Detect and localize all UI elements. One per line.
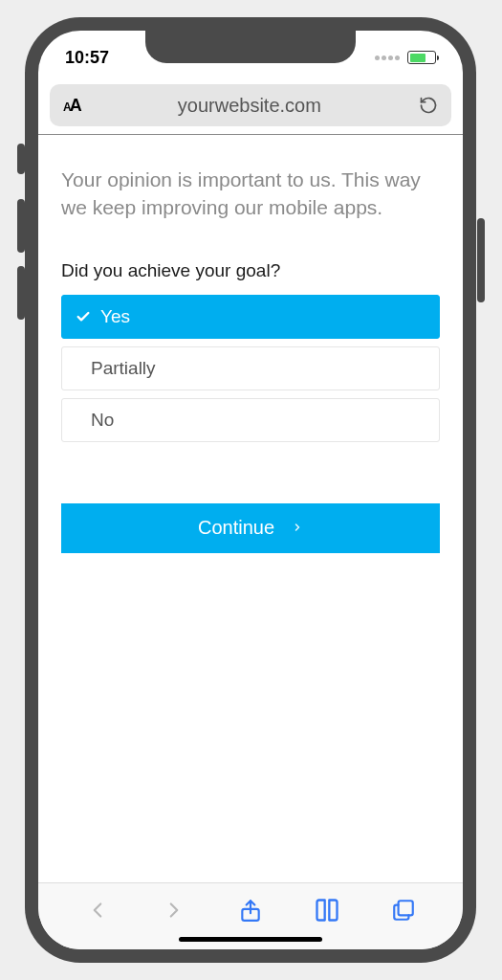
bookmarks-icon[interactable] xyxy=(313,896,341,924)
phone-frame: 10:57 AA yourwebsite.com xyxy=(25,17,476,963)
tabs-icon[interactable] xyxy=(389,896,418,924)
phone-screen: 10:57 AA yourwebsite.com xyxy=(38,31,463,949)
option-partially[interactable]: Partially xyxy=(61,346,440,390)
status-time: 10:57 xyxy=(65,48,109,68)
text-size-icon[interactable]: AA xyxy=(63,96,80,116)
reload-icon[interactable] xyxy=(419,96,438,115)
check-icon xyxy=(76,309,93,324)
signal-dots-icon xyxy=(375,56,400,60)
home-indicator[interactable] xyxy=(179,937,322,942)
svg-rect-1 xyxy=(399,901,413,915)
survey-options: Yes Partially No xyxy=(61,295,440,442)
phone-notch xyxy=(145,31,356,63)
url-text: yourwebsite.com xyxy=(88,95,411,117)
survey-intro: Your opinion is important to us. This wa… xyxy=(61,166,440,222)
browser-address-bar[interactable]: AA yourwebsite.com xyxy=(50,84,451,126)
continue-button[interactable]: Continue xyxy=(61,503,440,553)
option-label: No xyxy=(91,410,114,431)
survey-question: Did you achieve your goal? xyxy=(61,260,440,281)
page-content: Your opinion is important to us. This wa… xyxy=(38,134,463,882)
phone-volume-down xyxy=(17,266,25,320)
phone-power-button xyxy=(477,218,485,302)
phone-mute-switch xyxy=(17,144,25,174)
option-label: Partially xyxy=(91,358,156,379)
chevron-right-icon xyxy=(292,520,303,537)
option-label: Yes xyxy=(100,306,130,327)
share-icon[interactable] xyxy=(236,896,265,924)
battery-icon xyxy=(407,51,436,64)
option-yes[interactable]: Yes xyxy=(61,295,440,339)
back-icon[interactable] xyxy=(83,896,112,924)
phone-volume-up xyxy=(17,199,25,253)
continue-label: Continue xyxy=(198,517,274,539)
forward-icon[interactable] xyxy=(160,896,188,924)
option-no[interactable]: No xyxy=(61,398,440,442)
